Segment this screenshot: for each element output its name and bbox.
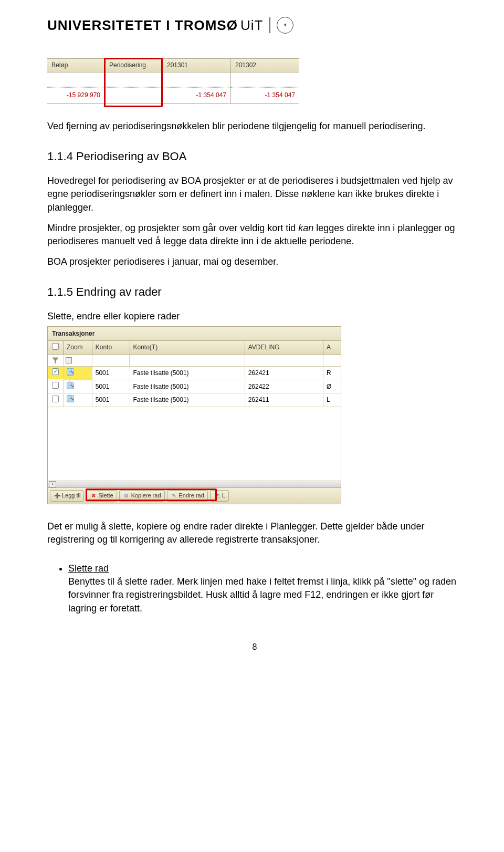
cell-kontot: Faste tilsatte (5001) — [130, 394, 245, 406]
kopiere-rad-button[interactable]: ⧉Kopiere rad — [119, 490, 165, 501]
zoom-icon[interactable] — [64, 380, 92, 393]
col-periodisering-header: Periodisering — [105, 58, 162, 72]
cell-kontot: Faste tilsatte (5001) — [130, 381, 245, 393]
transaksjoner-header-row: Zoom Konto Konto(T) AVDELING A — [48, 340, 341, 355]
belop-value: -15 929 970 — [47, 87, 104, 104]
university-name: UNIVERSITETET I TROMSØ — [47, 16, 238, 35]
plus-icon: ➕ — [54, 492, 60, 499]
zoom-icon[interactable] — [64, 393, 92, 407]
bullet-slette-rad: Slette rad Benyttes til å slette rader. … — [68, 562, 462, 615]
para-mindre-pre: Mindre prosjekter, og prosjekter som går… — [47, 223, 298, 233]
heading-1-1-4: 1.1.4 Periodisering av BOA — [47, 149, 462, 165]
cell-avdeling: 262411 — [245, 394, 323, 406]
row-checkbox[interactable] — [48, 380, 64, 393]
table-row[interactable]: 5001 Faste tilsatte (5001) 262411 L — [48, 393, 341, 407]
legg-til-label: Legg til — [62, 492, 80, 500]
cell-konto: 5001 — [92, 367, 130, 379]
copy-icon: ⧉ — [123, 492, 130, 499]
para-removal: Ved fjerning av periodiseringsnøkkelen b… — [47, 120, 462, 133]
para-slette-intro: Slette, endre eller kopiere rader — [47, 310, 462, 323]
heading-1-1-5: 1.1.5 Endring av rader — [47, 284, 462, 300]
filter-funnel-icon[interactable] — [48, 355, 64, 366]
slette-label: Slette — [98, 492, 113, 500]
cell-kontot: Faste tilsatte (5001) — [130, 367, 245, 379]
table-blank-area — [48, 407, 341, 481]
page-number: 8 — [47, 641, 462, 653]
para-boa: BOA prosjekter periodiseres i januar, ma… — [47, 255, 462, 268]
endre-rad-button[interactable]: ✎Endre rad — [167, 490, 208, 501]
col-201301-header: 201301 — [163, 58, 230, 72]
cell-a: Ø — [323, 381, 341, 393]
cell-a: L — [323, 394, 341, 406]
table-row[interactable]: 5001 Faste tilsatte (5001) 262421 R — [48, 367, 341, 380]
bullet-body: Benyttes til å slette rader. Merk linjen… — [68, 576, 456, 613]
document-header: UNIVERSITETET I TROMSØ UiT ✦ — [47, 16, 462, 35]
periodisering-mini-table: Beløp -15 929 970 Periodisering 201301 -… — [47, 58, 462, 104]
table-row[interactable]: 5001 Faste tilsatte (5001) 262422 Ø — [48, 380, 341, 394]
col-201302-header: 201302 — [231, 58, 299, 72]
horizontal-scrollbar[interactable]: ‹ — [48, 481, 341, 488]
scroll-left-icon[interactable]: ‹ — [49, 481, 56, 487]
header-checkbox[interactable] — [48, 341, 64, 355]
para-mindre: Mindre prosjekter, og prosjekter som går… — [47, 222, 462, 248]
cell-a: R — [323, 367, 341, 379]
para-mindre-em: kan — [298, 223, 313, 233]
header-konto[interactable]: Konto — [92, 341, 130, 355]
transaksjoner-panel: Transaksjoner Zoom Konto Konto(T) AVDELI… — [47, 326, 341, 504]
header-divider — [269, 17, 270, 33]
uit-label: UiT — [240, 16, 263, 35]
l-label: L — [222, 492, 225, 500]
zoom-icon[interactable] — [64, 367, 92, 380]
cell-avdeling: 262421 — [245, 367, 323, 379]
para-mulig-slette: Det er mulig å slette, kopiere og endre … — [47, 520, 462, 546]
periodisering-value — [105, 87, 162, 104]
header-kontot[interactable]: Konto(T) — [130, 341, 245, 355]
kopiere-label: Kopiere rad — [131, 492, 161, 500]
val-201301: -1 354 047 — [163, 87, 230, 104]
delete-icon: ✖ — [90, 492, 97, 499]
slette-button[interactable]: ✖Slette — [86, 490, 117, 501]
bullet-title: Slette rad — [68, 563, 109, 574]
para-hovedregel: Hovedregel for periodisering av BOA pros… — [47, 174, 462, 214]
toolbar-bottom: ➕Legg til ✖Slette ⧉Kopiere rad ✎Endre ra… — [48, 488, 341, 503]
l-icon: ◩ — [214, 492, 220, 499]
row-checkbox[interactable] — [48, 394, 64, 407]
cell-konto: 5001 — [92, 381, 130, 393]
edit-icon: ✎ — [171, 492, 177, 499]
university-seal-icon: ✦ — [277, 17, 293, 34]
header-zoom[interactable]: Zoom — [64, 341, 92, 355]
cell-konto: 5001 — [92, 394, 130, 406]
header-a[interactable]: A — [323, 341, 341, 355]
cell-avdeling: 262422 — [245, 381, 323, 393]
l-button[interactable]: ◩L — [210, 490, 229, 501]
col-belop-header: Beløp — [47, 58, 104, 72]
filter-stop-icon[interactable] — [64, 355, 92, 366]
legg-til-button[interactable]: ➕Legg til — [50, 490, 84, 501]
filter-row — [48, 355, 341, 367]
endre-label: Endre rad — [179, 492, 204, 500]
header-avdeling[interactable]: AVDELING — [245, 341, 323, 355]
transaksjoner-title: Transaksjoner — [48, 327, 341, 340]
row-checkbox[interactable] — [48, 367, 64, 379]
val-201302: -1 354 047 — [231, 87, 299, 104]
